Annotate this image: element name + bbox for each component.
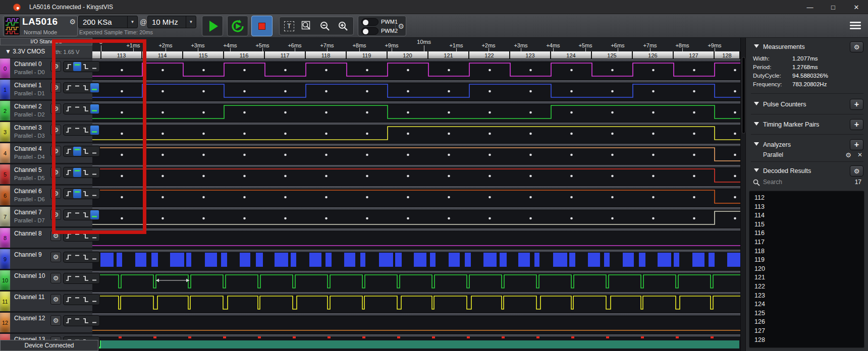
trigger-falling-edge-button[interactable] [82,274,90,283]
scrollbar-thumb[interactable] [742,57,745,134]
analyzer-remove-icon[interactable]: ✕ [857,151,862,158]
collapse-triangle-icon[interactable] [754,102,759,105]
trigger-low-level-button[interactable] [90,295,98,304]
zoom-in-button[interactable] [336,20,350,33]
decoded-result-item[interactable]: 121 [749,273,864,282]
zoom-out-button[interactable] [318,20,332,33]
timing-marker-pairs-section-header[interactable]: Timing Marker Pairs + [746,120,868,130]
trigger-high-level-button[interactable] [73,147,81,156]
waveform-row-ch1[interactable] [92,80,740,101]
trigger-low-level-button[interactable] [90,210,98,219]
measurements-settings-button[interactable]: ⚙ [850,41,863,52]
trigger-low-level-button[interactable] [90,189,98,198]
trigger-rising-edge-button[interactable] [64,316,72,325]
waveform-row-ch10[interactable] [92,270,740,291]
trigger-falling-edge-button[interactable] [82,210,90,219]
trigger-rising-edge-button[interactable] [64,62,72,71]
decoded-result-item[interactable]: 116 [749,229,864,238]
trigger-high-level-button[interactable] [73,210,81,219]
trigger-high-level-button[interactable] [73,126,81,135]
add-analyzer-button[interactable]: + [850,139,863,150]
trigger-falling-edge-button[interactable] [82,295,90,304]
channel-row-3[interactable]: 3Channel 3Parallel - D3⚙ [0,122,92,143]
trigger-falling-edge-button[interactable] [82,62,90,71]
trigger-falling-edge-button[interactable] [82,147,90,156]
sample-count-select[interactable]: 200 KSa ▼ [78,16,138,28]
trigger-falling-edge-button[interactable] [82,189,90,198]
trigger-high-level-button[interactable] [73,295,81,304]
add-pulse-counter-button[interactable]: + [850,99,863,110]
decoded-result-item[interactable]: 126 [749,318,864,327]
trigger-falling-edge-button[interactable] [82,316,90,325]
channel-color-badge[interactable]: 0 [0,58,10,78]
trigger-rising-edge-button[interactable] [64,147,72,156]
channel-row-12[interactable]: 12Channel 12⚙ [0,313,92,334]
decoded-results-section-header[interactable]: Decoded Results ⚙ [746,166,868,177]
trigger-low-level-button[interactable] [90,62,98,71]
trigger-low-level-button[interactable] [90,231,98,241]
waveform-row-ch6[interactable] [92,186,740,207]
text-select-tool-button[interactable]: T [282,20,296,33]
trigger-low-level-button[interactable] [90,253,98,262]
minimize-button[interactable]: — [798,0,822,14]
decoded-result-item[interactable]: 114 [749,211,864,220]
trigger-high-level-button[interactable] [73,253,81,262]
channel-color-badge[interactable]: 9 [0,249,10,269]
channel-color-badge[interactable]: 7 [0,207,10,226]
trigger-rising-edge-button[interactable] [64,104,72,113]
decoded-result-item[interactable]: 120 [749,265,864,274]
trigger-low-level-button[interactable] [90,126,98,135]
pulse-counters-section-header[interactable]: Pulse Counters + [746,100,868,110]
trigger-falling-edge-button[interactable] [82,83,90,92]
channel-color-badge[interactable]: 4 [0,143,10,163]
trigger-rising-edge-button[interactable] [64,231,72,241]
collapse-triangle-icon[interactable] [754,122,759,126]
analyzer-item[interactable]: Parallel⚙✕ [746,151,868,160]
decoded-result-item[interactable]: 124 [749,300,864,309]
trigger-falling-edge-button[interactable] [82,104,90,113]
channel-row-1[interactable]: 1Channel 1Parallel - D1⚙ [0,80,92,101]
chevron-down-icon[interactable]: ▼ [127,16,137,28]
channel-row-4[interactable]: 4Channel 4Parallel - D4⚙ [0,143,92,164]
channel-settings-gear-icon[interactable]: ⚙ [50,315,61,326]
channel-color-badge[interactable]: 5 [0,164,10,184]
channel-color-badge[interactable]: 1 [0,80,10,99]
waveform-row-ch2[interactable] [92,101,740,122]
channel-color-badge[interactable]: 2 [0,101,10,121]
trigger-falling-edge-button[interactable] [82,253,90,262]
start-button[interactable] [202,16,223,36]
vertical-scrollbar[interactable] [740,38,745,351]
waveform-row-ch3[interactable] [92,122,740,143]
channel-color-badge[interactable]: 3 [0,122,10,142]
channel-row-2[interactable]: 2Channel 2Parallel - D2⚙ [0,101,92,122]
maximize-button[interactable]: □ [822,0,845,14]
channel-color-badge[interactable]: 11 [0,291,10,311]
analyzer-settings-gear-icon[interactable]: ⚙ [845,151,851,159]
decoded-result-item[interactable]: 118 [749,247,864,256]
trigger-low-level-button[interactable] [90,316,98,325]
channel-settings-gear-icon[interactable]: ⚙ [50,125,61,135]
trigger-rising-edge-button[interactable] [64,83,72,92]
decoded-result-item[interactable]: 127 [749,327,864,336]
trigger-rising-edge-button[interactable] [64,168,72,177]
waveform-row-ch5[interactable] [92,164,740,186]
trigger-high-level-button[interactable] [73,83,81,92]
channel-settings-gear-icon[interactable]: ⚙ [50,146,61,156]
trigger-low-level-button[interactable] [90,274,98,283]
trigger-falling-edge-button[interactable] [82,126,90,135]
zoom-area-button[interactable] [300,20,314,33]
repeat-acquire-button[interactable] [227,16,248,36]
decoded-result-item[interactable]: 122 [749,282,864,291]
channel-color-badge[interactable]: 12 [0,313,10,332]
stop-button[interactable] [251,16,273,36]
channel-row-9[interactable]: 9Channel 9⚙ [0,249,92,270]
trigger-rising-edge-button[interactable] [64,210,72,219]
pwm1-toggle[interactable] [361,18,378,26]
menu-button[interactable] [850,20,861,31]
trigger-high-level-button[interactable] [73,231,81,241]
channel-row-6[interactable]: 6Channel 6Parallel - D6⚙ [0,186,92,207]
waveform-row-ch12[interactable] [92,313,740,334]
trigger-high-level-button[interactable] [73,168,81,177]
device-block[interactable]: LA5016 ⚙ Normal Mode [3,16,78,36]
collapse-triangle-icon[interactable] [754,168,759,172]
